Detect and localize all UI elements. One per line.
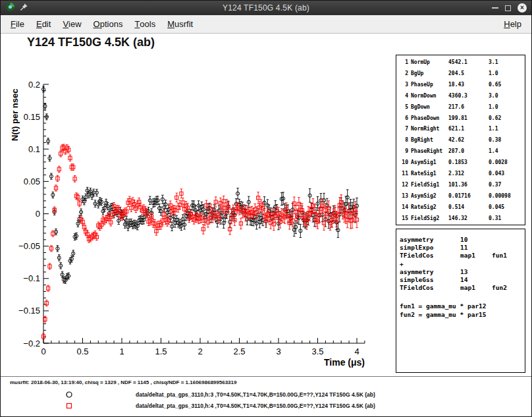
menu-edit[interactable]: Edit xyxy=(30,15,57,33)
maximize-button[interactable] xyxy=(505,5,511,11)
stat-n: 11 xyxy=(400,169,408,180)
stat-err: 0.045 xyxy=(489,202,525,213)
titlebar[interactable]: Y124 TF150G 4.5K (ab) × xyxy=(1,1,531,15)
stat-err: 1.4 xyxy=(489,146,525,157)
svg-text:0.05: 0.05 xyxy=(24,177,40,186)
stat-name: PhaseRight xyxy=(411,146,446,157)
circle-marker-icon xyxy=(65,390,74,402)
stat-n: 13 xyxy=(400,191,408,202)
fit-parameters-panel: 1NormUp4542.13.12BgUp204.51.03PhaseUp18.… xyxy=(396,55,525,225)
svg-text:−0.2: −0.2 xyxy=(23,339,40,348)
stat-val: 146.32 xyxy=(448,213,486,225)
menubar: FileEditViewOptionsToolsMusrfit Help xyxy=(1,15,531,34)
param-row-normright: 7NormRight621.11.1 xyxy=(400,124,525,135)
stat-err: 0.38 xyxy=(489,135,525,146)
stat-err: 1.1 xyxy=(489,124,525,135)
app-icon xyxy=(5,2,15,14)
plot-legend: data/deltat_pta_gps_3110,h:3 ,T0=4.50K,T… xyxy=(1,377,531,416)
svg-text:−0.15: −0.15 xyxy=(18,306,40,316)
menu-view[interactable]: View xyxy=(57,15,87,33)
stat-err: 3.0 xyxy=(489,91,525,102)
stat-err: 0.043 xyxy=(489,169,525,180)
theory-line: asymmetry10 xyxy=(400,236,525,244)
menu-help[interactable]: Help xyxy=(498,15,527,33)
param-row-ratesig1: 11RateSig12.3120.043 xyxy=(400,169,525,180)
stat-n: 10 xyxy=(400,157,408,169)
stat-n: 3 xyxy=(400,80,408,91)
stat-err: 0.65 xyxy=(489,80,525,91)
svg-text:0: 0 xyxy=(36,209,40,219)
svg-text:0.5: 0.5 xyxy=(76,347,88,356)
stat-n: 7 xyxy=(400,124,408,135)
stat-val: 199.81 xyxy=(448,113,486,125)
legend-row-1: data/deltat_pta_gps_3110,h:3 ,T0=4.50K,T… xyxy=(1,390,531,400)
stat-name: FieldSig2 xyxy=(411,213,446,225)
param-row-bgright: 8BgRight42.620.38 xyxy=(400,135,525,146)
stat-name: NormDown xyxy=(411,91,446,102)
stat-err: 0.31 xyxy=(489,213,525,225)
param-row-normdown: 4NormDown4360.33.0 xyxy=(400,91,525,102)
footer: musrfit: 2018-06-30, 13:19:40, chisq = 1… xyxy=(1,376,531,416)
param-row-phaseright: 9PhaseRight287.01.4 xyxy=(400,146,525,157)
menubar-spacer xyxy=(199,15,498,33)
stat-val: 287.0 xyxy=(448,146,486,157)
stat-name: FieldSig1 xyxy=(411,180,446,191)
stat-name: AsymSig2 xyxy=(411,191,446,202)
stat-n: 9 xyxy=(400,146,408,157)
menu-musrfit[interactable]: Musrfit xyxy=(161,15,199,33)
svg-text:1: 1 xyxy=(119,347,124,356)
stat-val: 0.01716 xyxy=(448,191,486,202)
param-row-phaseup: 3PhaseUp18.430.65 xyxy=(400,80,525,91)
svg-text:2.5: 2.5 xyxy=(233,347,245,356)
stat-val: 4542.1 xyxy=(448,57,486,69)
stat-err: 0.37 xyxy=(489,180,525,191)
stat-name: NormUp xyxy=(411,57,446,69)
stat-name: RateSig1 xyxy=(411,169,446,180)
stat-n: 8 xyxy=(400,135,408,146)
close-button[interactable]: × xyxy=(518,3,527,13)
param-row-fieldsig2: 15FieldSig2146.320.31 xyxy=(400,213,525,225)
svg-text:−0.1: −0.1 xyxy=(23,273,40,283)
menu-file[interactable]: File xyxy=(5,15,30,33)
stat-err: 1.0 xyxy=(489,102,525,113)
theory-line: TFieldCosmap1fun1 xyxy=(400,252,525,260)
svg-text:N(t) per nsec: N(t) per nsec xyxy=(10,89,20,141)
stat-val: 217.6 xyxy=(448,102,486,113)
svg-text:0.1: 0.1 xyxy=(28,144,40,154)
stat-name: BgDown xyxy=(411,102,446,113)
svg-text:Time (μs): Time (μs) xyxy=(324,357,365,368)
stat-err: 0.62 xyxy=(489,113,525,125)
stat-name: NormRight xyxy=(411,124,446,135)
theory-panel: asymmetry10simplExpo11TFieldCosmap1fun1+… xyxy=(396,229,525,373)
legend-text: data/deltat_pta_gps_3110,h:3 ,T0=4.50K,T… xyxy=(136,391,375,398)
pin-icon[interactable] xyxy=(20,2,28,14)
stat-val: 2.312 xyxy=(448,169,486,180)
function-lines: fun1 = gamma_mu * par12fun2 = gamma_mu *… xyxy=(400,302,525,318)
svg-text:1.5: 1.5 xyxy=(155,347,167,356)
menu-options[interactable]: Options xyxy=(88,15,129,33)
menubar-left: FileEditViewOptionsToolsMusrfit xyxy=(5,15,199,33)
stat-n: 5 xyxy=(400,102,408,113)
svg-text:0.15: 0.15 xyxy=(24,112,40,122)
stat-val: 18.43 xyxy=(448,80,486,91)
square-marker-icon xyxy=(65,401,74,413)
stat-n: 6 xyxy=(400,113,408,125)
stat-n: 14 xyxy=(400,202,408,213)
svg-text:3: 3 xyxy=(276,347,280,356)
param-row-fieldsig1: 12FieldSig1101.360.37 xyxy=(400,180,525,191)
minimize-button[interactable] xyxy=(492,7,498,9)
window-title: Y124 TF150G 4.5K (ab) xyxy=(1,3,531,13)
param-row-bgup: 2BgUp204.51.0 xyxy=(400,69,525,80)
param-row-ratesig2: 14RateSig20.5140.045 xyxy=(400,202,525,213)
menu-tools[interactable]: Tools xyxy=(128,15,161,33)
musrfit-window: Y124 TF150G 4.5K (ab) × FileEditViewOpti… xyxy=(0,0,532,417)
function-line: fun2 = gamma_mu * par15 xyxy=(400,311,525,319)
svg-text:3.5: 3.5 xyxy=(311,347,323,356)
stat-name: BgRight xyxy=(411,135,446,146)
series-1-markers xyxy=(41,88,358,282)
menubar-right: Help xyxy=(498,15,527,33)
series-1-errorbars xyxy=(42,86,358,283)
theory-line: simplExpo11 xyxy=(400,244,525,252)
theory-line: asymmetry13 xyxy=(400,268,525,276)
musr-time-spectra-plot[interactable]: 00.511.522.533.54−0.2−0.15−0.1−0.0500.05… xyxy=(7,70,392,379)
